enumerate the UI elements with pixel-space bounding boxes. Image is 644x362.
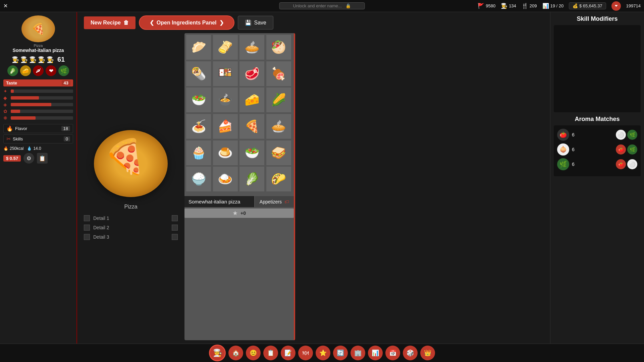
chef-stat: 👨‍🍳 134 bbox=[501, 3, 516, 9]
ingredient-7[interactable]: 🥩 bbox=[239, 61, 265, 86]
nav-face-button[interactable]: 😊 bbox=[246, 346, 261, 360]
ingredient-6[interactable]: 🍱 bbox=[213, 61, 238, 86]
close-button[interactable]: ✕ bbox=[3, 3, 8, 9]
money-icon: 💰 bbox=[573, 3, 578, 8]
new-recipe-label: New Recipe bbox=[91, 20, 121, 26]
nav-crown-button[interactable]: 👑 bbox=[420, 346, 435, 360]
ingredient-20[interactable]: 🥪 bbox=[266, 140, 291, 166]
ingredient-8[interactable]: 🍖 bbox=[266, 61, 291, 86]
ingredient-15[interactable]: 🍕 bbox=[239, 114, 265, 139]
open-ingredients-label: Open Ingredients Panel bbox=[157, 20, 217, 26]
bar-icon-3: ◈ bbox=[3, 102, 9, 107]
detail-checkbox-2-right[interactable] bbox=[172, 225, 178, 231]
heart-icon: ❤ bbox=[615, 4, 618, 8]
center-panel: New Recipe 🗑 ❮ Open Ingredients Panel ❯ … bbox=[77, 12, 550, 344]
ingredients-grid: 🥟 🫔 🥧 🥙 🌯 🍱 🥩 🍖 🥗 🍲 🧀 🌽 🍝 bbox=[184, 33, 294, 194]
save-button[interactable]: 💾 Save bbox=[238, 16, 273, 29]
ingredient-16[interactable]: 🥧 bbox=[266, 114, 291, 139]
bar-track-2 bbox=[11, 96, 73, 100]
ingredient-9[interactable]: 🥗 bbox=[186, 87, 211, 113]
detail-checkbox-1-right[interactable] bbox=[172, 215, 178, 221]
save-label: Save bbox=[254, 20, 266, 26]
pizza-details-panel: Pizza Detail 1 Detail 2 Detail 3 bbox=[84, 204, 178, 243]
nav-exchange-button[interactable]: 🔄 bbox=[333, 346, 348, 360]
detail-checkbox-1[interactable] bbox=[84, 215, 90, 221]
nav-dice-button[interactable]: 🎲 bbox=[403, 346, 418, 360]
ingredient-21[interactable]: 🍚 bbox=[186, 166, 211, 192]
price-display: $ 0.57 bbox=[3, 155, 21, 162]
aroma-icon-1: 🍅 bbox=[557, 129, 569, 141]
nav-food-button[interactable]: 🍽 bbox=[298, 346, 313, 360]
bar-icon-2: ◆ bbox=[3, 95, 9, 101]
nav-recipe-button[interactable]: 📝 bbox=[281, 346, 296, 360]
recipe-name-input[interactable] bbox=[184, 196, 254, 207]
settings-button[interactable]: ⚙ bbox=[23, 153, 34, 164]
recipe-area: 🍕 Pizza Detail 1 Detail 2 bbox=[84, 33, 543, 340]
detail-row-1: Detail 1 bbox=[84, 215, 178, 221]
open-ingredients-button[interactable]: ❮ Open Ingredients Panel ❯ bbox=[139, 15, 234, 30]
taste-bars: ✦ ◆ ◈ ✿ bbox=[3, 88, 73, 122]
chef-hat-5: 👨‍🍳 bbox=[47, 56, 54, 63]
skills-value: 0 bbox=[64, 136, 70, 141]
nav-menu-button[interactable]: 📋 bbox=[263, 346, 278, 360]
new-recipe-button[interactable]: New Recipe 🗑 bbox=[84, 16, 136, 29]
chevron-right-icon: ❯ bbox=[219, 19, 224, 26]
ingredient-3[interactable]: 🥧 bbox=[239, 35, 265, 60]
nav-home-button[interactable]: 🏠 bbox=[228, 346, 243, 360]
ingredient-14[interactable]: 🍰 bbox=[213, 114, 238, 139]
points-badge: ❤ bbox=[611, 1, 621, 11]
bar-track-4 bbox=[11, 110, 73, 113]
nav-calendar-button[interactable]: 📅 bbox=[385, 346, 400, 360]
chevron-left-icon: ❮ bbox=[150, 19, 154, 26]
ingredient-10[interactable]: 🍲 bbox=[213, 87, 238, 113]
ingredient-1[interactable]: 🥟 bbox=[186, 35, 211, 60]
pizza-food-type: Pizza bbox=[84, 204, 178, 210]
ingredient-17[interactable]: 🧁 bbox=[186, 140, 211, 166]
nav-chart-button[interactable]: 📊 bbox=[368, 346, 383, 360]
ingredient-11[interactable]: 🧀 bbox=[239, 87, 265, 113]
ingredient-2[interactable]: 🫔 bbox=[213, 35, 238, 60]
flavor-value: 18 bbox=[61, 126, 70, 131]
fire-icon: 🔥 bbox=[3, 146, 8, 151]
trash-icon: 🗑 bbox=[123, 20, 129, 26]
pizza-thumbnail: 🍕 bbox=[21, 15, 55, 42]
pizza-image: 🍕 bbox=[94, 130, 168, 197]
detail-checkbox-3-right[interactable] bbox=[172, 234, 178, 240]
skill-modifiers-box bbox=[554, 25, 641, 112]
herb-icon: 🌿 bbox=[58, 65, 69, 76]
ingredient-13[interactable]: 🍝 bbox=[186, 114, 211, 139]
bar-fill-1 bbox=[11, 89, 14, 93]
detail-row-3: Detail 3 bbox=[84, 234, 178, 240]
bar-icon-5: ❋ bbox=[3, 115, 9, 121]
name-input-field[interactable]: Unlock and enter name... 🔒 bbox=[279, 2, 365, 9]
aroma-pair-circle-3a: 🍅 bbox=[616, 159, 626, 169]
ingredient-4[interactable]: 🥙 bbox=[266, 35, 291, 60]
aroma-count-2: 6 bbox=[572, 147, 577, 152]
chef-icon: 👨‍🍳 bbox=[501, 3, 507, 9]
detail-1-label: Detail 1 bbox=[93, 216, 109, 221]
flavor-stat: 🔥 Flavor 18 bbox=[3, 124, 73, 133]
chef-hat-3: 👨‍🍳 bbox=[29, 56, 37, 63]
detail-checkbox-3[interactable] bbox=[84, 234, 90, 240]
ingredient-19[interactable]: 🥗 bbox=[239, 140, 265, 166]
aroma-pair-circle-2b: 🌿 bbox=[627, 144, 637, 155]
ingredient-18[interactable]: 🍮 bbox=[213, 140, 238, 166]
ingredient-5[interactable]: 🌯 bbox=[186, 61, 211, 86]
ingredient-12[interactable]: 🌽 bbox=[266, 87, 291, 113]
price-row: $ 0.57 ⚙ 📋 bbox=[3, 153, 73, 164]
detail-checkbox-2[interactable] bbox=[84, 225, 90, 231]
aroma-pair-3: 🍅 ⚪ bbox=[616, 159, 637, 169]
ingredient-23[interactable]: 🥬 bbox=[239, 166, 265, 192]
history-button[interactable]: 📋 bbox=[37, 153, 48, 164]
nav-chef-button[interactable]: 👨‍🍳 bbox=[209, 345, 226, 361]
bar-row-1: ✦ bbox=[3, 88, 73, 94]
nav-building-button[interactable]: 🏢 bbox=[351, 346, 365, 360]
right-panel: Skill Modifiers Aroma Matches 🍅 6 ⚪ 🌿 🧅 … bbox=[550, 12, 644, 344]
ingredient-24[interactable]: 🌮 bbox=[266, 166, 291, 192]
ingredient-22[interactable]: 🍛 bbox=[213, 166, 238, 192]
chili-icon: 🌶 bbox=[33, 65, 44, 76]
category-selector[interactable]: Appetizers 🏷 bbox=[255, 196, 294, 207]
weight-item: 💧 14.0 bbox=[27, 146, 41, 151]
knife-stat: 🍴 209 bbox=[522, 3, 537, 9]
nav-star-button[interactable]: ⭐ bbox=[316, 346, 330, 360]
